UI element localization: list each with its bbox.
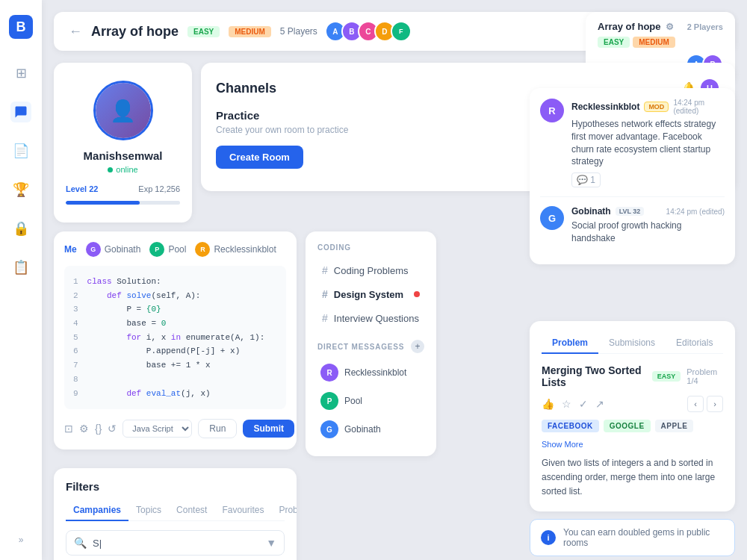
filter-tab-campanies[interactable]: Campanies (66, 500, 128, 521)
tab-editorials[interactable]: Editorials (666, 333, 723, 354)
code-tab-reckless[interactable]: R Recklessinkblot (195, 242, 276, 257)
tab-problem[interactable]: Problem (542, 333, 598, 354)
badge-easy: EASY (187, 26, 220, 37)
level-label: Level 22 (66, 184, 98, 193)
chat-user-1: Recklessinkblot (571, 102, 639, 112)
coding-nav-card: CODING # Coding Problems # Design System… (306, 231, 436, 456)
back-button[interactable]: ← (69, 24, 82, 40)
code-tab-pool[interactable]: P Pool (149, 242, 186, 257)
editor-icon-1[interactable]: ⊡ (64, 418, 73, 439)
tag-row: FACEBOOK GOOGLE APPLE (542, 420, 723, 432)
profile-name: Manishsemwal (84, 149, 163, 162)
dm-add-button[interactable]: + (411, 340, 424, 353)
dm-avatar-3: G (320, 420, 338, 438)
create-room-button[interactable]: Create Room (216, 146, 303, 169)
sidebar-expand[interactable]: » (19, 535, 24, 545)
tag-facebook[interactable]: FACEBOOK (542, 420, 599, 432)
settings-icon[interactable]: ⚙ (79, 418, 89, 439)
problem-description: Given two lists of integers a and b sort… (542, 456, 723, 500)
coding-item-label-1: Coding Problems (334, 265, 409, 276)
filters-card: Filters Campanies Topics Contest Favouri… (54, 468, 297, 560)
submit-button[interactable]: Submit (243, 420, 294, 438)
code-icon[interactable]: {} (95, 418, 102, 439)
tag-apple[interactable]: APPLE (655, 420, 694, 432)
tab-submissions[interactable]: Submisions (598, 333, 666, 354)
code-tabs: Me G Gobinath P Pool R Recklessinkblot (64, 242, 286, 257)
sidebar-logo[interactable]: B (9, 15, 33, 39)
exp-progress-bar (66, 201, 180, 205)
code-tab-gobinath[interactable]: G Gobinath (86, 242, 141, 257)
tag-google[interactable]: GOOGLE (604, 420, 651, 432)
star-icon[interactable]: ☆ (562, 398, 571, 410)
next-problem-button[interactable]: › (707, 396, 723, 412)
sidebar-item-trophy[interactable]: 🏆 (10, 179, 31, 200)
chat-time-1: 14:24 pm (edited) (673, 99, 725, 115)
dm-name-2: Pool (344, 396, 362, 406)
chat-user-2: Gobinath (571, 206, 611, 217)
dm-name-3: Gobinath (344, 424, 381, 435)
problem-badge-easy: EASY (652, 371, 681, 382)
info-text: You can earn doubled gems in public room… (563, 527, 724, 548)
filter-search-input[interactable] (93, 538, 260, 549)
channels-title: Channels (216, 81, 276, 96)
problem-tabs: Problem Submisions Editorials (542, 333, 723, 354)
run-button[interactable]: Run (198, 419, 237, 438)
chat-message-1: R Recklessinkblot MOD 14:24 pm (edited) … (540, 99, 725, 197)
mini-badge-medium: MEDIUM (633, 37, 675, 48)
language-select[interactable]: Java Script Python C++ (123, 420, 192, 438)
mini-gear-icon[interactable]: ⚙ (666, 22, 674, 32)
hash-icon-2: # (322, 288, 328, 300)
online-dot (108, 167, 113, 172)
active-dot (414, 291, 420, 297)
code-editor-area[interactable]: 1class Solution: 2 def solve(self, A): 3… (64, 266, 286, 409)
code-tab-me[interactable]: Me (64, 244, 77, 255)
chat-mod-badge: MOD (644, 102, 669, 112)
row-2: Me G Gobinath P Pool R Recklessinkblot 1… (54, 231, 735, 456)
coding-item-problems[interactable]: # Coding Problems (317, 259, 424, 281)
problem-title: Merging Two Sorted Lists (542, 364, 646, 388)
avatar-5: F (391, 21, 412, 42)
filter-tab-problems[interactable]: Problems (271, 500, 297, 521)
check-icon[interactable]: ✓ (579, 398, 588, 410)
row-1: 👤 Manishsemwal online Level 22 Exp 12,25… (54, 63, 735, 223)
search-icon: 🔍 (74, 537, 87, 549)
sidebar-item-lock[interactable]: 🔒 (10, 218, 31, 239)
page-title: Array of hope (91, 24, 179, 40)
prev-problem-button[interactable]: ‹ (687, 396, 704, 412)
sidebar-item-chat[interactable] (10, 102, 31, 122)
dm-label: DIRECT MESSAGESS (317, 343, 404, 351)
chat-avatar-2: G (540, 206, 564, 230)
filter-tab-favourites[interactable]: Favourites (214, 500, 271, 521)
coding-item-interview[interactable]: # Interview Questions (317, 307, 424, 329)
dm-section: DIRECT MESSAGESS + R Recklessinkblot P P… (317, 340, 424, 443)
exp-progress-fill (66, 201, 140, 205)
dm-user-1[interactable]: R Recklessinkblot (317, 359, 424, 386)
refresh-icon[interactable]: ↺ (108, 418, 117, 439)
dm-user-2[interactable]: P Pool (317, 388, 424, 414)
dm-user-3[interactable]: G Gobinath (317, 416, 424, 443)
hash-icon-3: # (322, 312, 328, 324)
sidebar-item-home[interactable]: ⊞ (10, 63, 31, 84)
coding-item-label-3: Interview Questions (334, 313, 419, 324)
chat-text-1: Hypotheses network effects strategy firs… (571, 118, 725, 168)
filter-tab-contest[interactable]: Contest (169, 500, 214, 521)
chat-avatar-1: R (540, 99, 564, 122)
show-more-link[interactable]: Show More (542, 440, 723, 449)
thumbs-up-icon[interactable]: 👍 (542, 398, 554, 410)
share-icon[interactable]: ↗ (595, 398, 604, 410)
coding-item-design[interactable]: # Design System (317, 283, 424, 305)
sidebar-item-clipboard[interactable]: 📋 (10, 257, 31, 278)
profile-avatar: 👤 (93, 81, 153, 140)
avatar-stack: A B C D F (329, 21, 412, 42)
sidebar-item-files[interactable]: 📄 (10, 140, 31, 161)
dm-avatar-1: R (320, 364, 338, 382)
reply-icon[interactable]: 💬 1 (571, 172, 601, 187)
mini-badge-easy: EASY (598, 37, 630, 48)
mini-title-text: Array of hope (598, 21, 661, 32)
filter-tab-topics[interactable]: Topics (128, 500, 169, 521)
hash-icon-1: # (322, 264, 328, 276)
online-status: online (108, 165, 137, 174)
filter-dropdown-icon[interactable]: ▼ (266, 537, 276, 549)
problem-panel: Problem Submisions Editorials Merging Tw… (530, 321, 735, 560)
info-bar: i You can earn doubled gems in public ro… (530, 519, 735, 556)
